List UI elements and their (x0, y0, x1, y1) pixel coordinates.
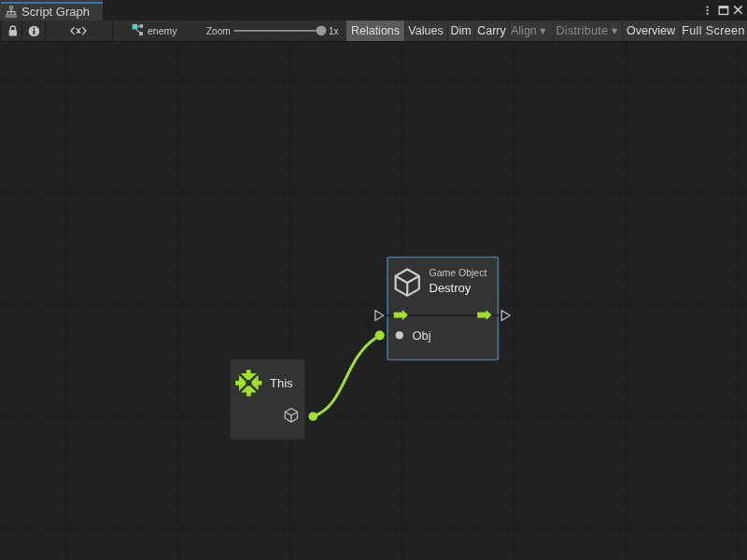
svg-text:Obj: Obj (413, 329, 431, 343)
svg-text:This: This (270, 376, 293, 390)
svg-text:Game Object: Game Object (430, 267, 487, 278)
svg-text:Destroy: Destroy (430, 281, 472, 295)
